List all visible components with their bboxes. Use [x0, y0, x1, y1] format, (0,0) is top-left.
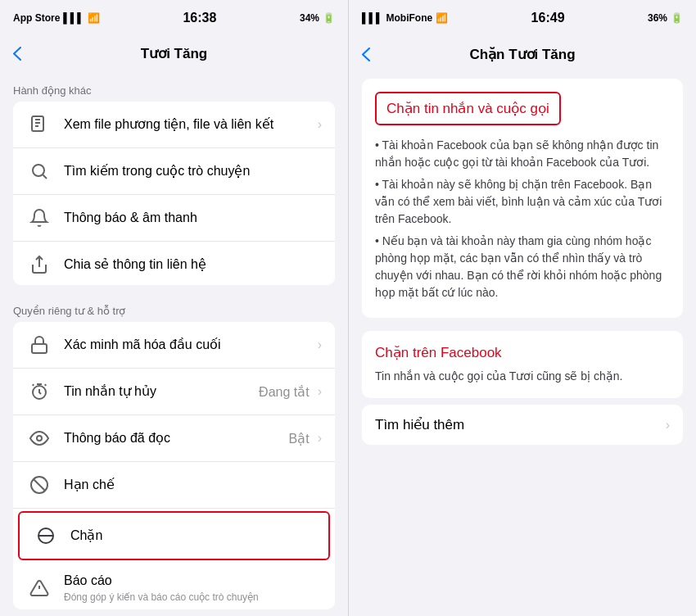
- right-panel: ▌▌▌ MobiFone 📶 16:49 36% 🔋 Chặn Tươi Tăn…: [348, 0, 696, 616]
- section-header-privacy: Quyền riêng tư & hỗ trợ: [0, 292, 348, 322]
- right-battery-icon: 🔋: [671, 12, 683, 24]
- share-contact-item[interactable]: Chia sẻ thông tin liên hệ: [13, 242, 335, 285]
- carrier-wifi-icon: 📶: [436, 12, 448, 24]
- block-content: Chặn: [70, 528, 315, 545]
- left-battery: 34% 🔋: [300, 12, 335, 24]
- restrict-icon: [26, 472, 52, 498]
- encryption-content: Xác minh mã hóa đầu cuối: [64, 337, 314, 354]
- restrict-title: Hạn chế: [64, 477, 322, 494]
- search-content: Tìm kiếm trong cuộc trò chuyện: [64, 163, 322, 180]
- block-messages-title: Chặn tin nhắn và cuộc gọi: [375, 92, 561, 125]
- learn-more-item[interactable]: Tìm hiểu thêm ›: [362, 405, 683, 445]
- left-panel: App Store ▌▌▌ 📶 16:38 34% 🔋 Tươi Tăng Hà…: [0, 0, 348, 616]
- share-title: Chia sẻ thông tin liên hệ: [64, 256, 322, 274]
- search-icon: [26, 158, 52, 184]
- lock-icon: [26, 332, 52, 358]
- right-scroll-content: Chặn tin nhắn và cuộc gọi • Tài khoản Fa…: [349, 72, 696, 616]
- section-header-actions: Hành động khác: [0, 71, 348, 102]
- left-nav-title: Tươi Tăng: [141, 45, 207, 62]
- restrict-content: Hạn chế: [64, 477, 322, 494]
- svg-point-5: [37, 436, 42, 441]
- block-icon: [33, 523, 59, 549]
- report-subtitle: Đóng góp ý kiến và báo cáo cuộc trò chuy…: [64, 591, 322, 603]
- left-time: 16:38: [183, 11, 216, 25]
- block-bullet-1: • Tài khoản Facebook của bạn sẽ không nh…: [375, 137, 670, 171]
- share-icon: [26, 251, 52, 278]
- carrier-label: MobiFone: [386, 12, 433, 24]
- restrict-item[interactable]: Hạn chế: [13, 462, 335, 509]
- encryption-item[interactable]: Xác minh mã hóa đầu cuối ›: [13, 322, 335, 369]
- read-receipt-title: Thông báo đã đọc: [64, 430, 289, 447]
- timer-icon: [26, 378, 52, 405]
- block-facebook-title: Chặn trên Facebook: [375, 344, 670, 361]
- self-destruct-title: Tin nhắn tự hủy: [64, 383, 259, 401]
- wifi-icon: 📶: [88, 12, 100, 24]
- svg-rect-3: [32, 344, 47, 353]
- search-item[interactable]: Tìm kiếm trong cuộc trò chuyện: [13, 148, 335, 195]
- block-messages-description: • Tài khoản Facebook của bạn sẽ không nh…: [375, 137, 670, 301]
- learn-more-chevron: ›: [666, 418, 670, 433]
- share-content: Chia sẻ thông tin liên hệ: [64, 256, 322, 274]
- block-facebook-section: Chặn trên Facebook Tin nhắn và cuộc gọi …: [362, 331, 683, 398]
- block-item[interactable]: Chặn: [18, 511, 330, 560]
- notification-item[interactable]: Thông báo & âm thanh: [13, 195, 335, 242]
- learn-more-section[interactable]: Tìm hiểu thêm ›: [362, 405, 683, 445]
- actions-group: Xem file phương tiện, file và liên kết ›…: [13, 102, 335, 285]
- app-store-label: App Store: [13, 12, 60, 24]
- self-destruct-value: Đang tắt: [259, 384, 310, 400]
- block-bullet-2: • Tài khoản này sẽ không bị chặn trên Fa…: [375, 176, 670, 228]
- battery-label: 34%: [300, 12, 319, 24]
- notification-content: Thông báo & âm thanh: [64, 210, 322, 227]
- signal-icon: ▌▌▌: [63, 12, 84, 24]
- battery-icon: 🔋: [323, 12, 335, 24]
- left-carrier: App Store ▌▌▌ 📶: [13, 12, 100, 24]
- report-content: Báo cáo Đóng góp ý kiến và báo cáo cuộc …: [64, 573, 322, 603]
- privacy-group: Xác minh mã hóa đầu cuối › Tin nhắn tự h…: [13, 322, 335, 609]
- self-destruct-content: Tin nhắn tự hủy: [64, 383, 259, 401]
- svg-point-1: [33, 165, 44, 176]
- block-facebook-desc: Tin nhắn và cuộc gọi của Tươi cũng sẽ bị…: [375, 368, 670, 385]
- right-battery: 36% 🔋: [648, 12, 683, 24]
- svg-line-7: [34, 479, 45, 491]
- carrier-signal-icon: ▌▌▌: [362, 12, 383, 24]
- right-nav-title: Chặn Tươi Tăng: [469, 46, 575, 63]
- block-bullet-3: • Nếu bạn và tài khoản này tham gia cùng…: [375, 233, 670, 301]
- file-icon: [26, 111, 52, 138]
- left-status-bar: App Store ▌▌▌ 📶 16:38 34% 🔋: [0, 0, 348, 35]
- right-carrier: ▌▌▌ MobiFone 📶: [362, 12, 448, 24]
- eye-icon: [26, 425, 52, 451]
- right-back-button[interactable]: [362, 48, 370, 61]
- files-chevron: ›: [318, 117, 322, 132]
- encryption-chevron: ›: [318, 337, 322, 352]
- self-destruct-item[interactable]: Tin nhắn tự hủy Đang tắt ›: [13, 369, 335, 415]
- encryption-title: Xác minh mã hóa đầu cuối: [64, 337, 314, 354]
- right-battery-label: 36%: [648, 12, 667, 24]
- right-status-bar: ▌▌▌ MobiFone 📶 16:49 36% 🔋: [349, 0, 696, 36]
- read-receipt-value: Bật: [289, 431, 310, 446]
- read-receipt-content: Thông báo đã đọc: [64, 430, 289, 447]
- report-icon: [26, 575, 52, 601]
- read-receipt-item[interactable]: Thông báo đã đọc Bật ›: [13, 415, 335, 462]
- learn-more-title: Tìm hiểu thêm: [375, 416, 662, 433]
- report-title: Báo cáo: [64, 573, 322, 590]
- search-title: Tìm kiếm trong cuộc trò chuyện: [64, 163, 322, 180]
- files-item[interactable]: Xem file phương tiện, file và liên kết ›: [13, 102, 335, 148]
- files-title: Xem file phương tiện, file và liên kết: [64, 116, 314, 134]
- files-content: Xem file phương tiện, file và liên kết: [64, 116, 314, 134]
- left-back-button[interactable]: [13, 47, 21, 61]
- self-destruct-chevron: ›: [318, 384, 322, 399]
- left-nav-bar: Tươi Tăng: [0, 35, 348, 70]
- report-item[interactable]: Báo cáo Đóng góp ý kiến và báo cáo cuộc …: [13, 563, 335, 609]
- block-messages-section: Chặn tin nhắn và cuộc gọi • Tài khoản Fa…: [362, 79, 683, 318]
- right-time: 16:49: [531, 11, 565, 25]
- bell-icon: [26, 205, 52, 231]
- read-receipt-chevron: ›: [318, 431, 322, 446]
- notification-title: Thông báo & âm thanh: [64, 210, 322, 227]
- right-nav-bar: Chặn Tươi Tăng: [349, 36, 696, 72]
- block-title: Chặn: [70, 528, 315, 545]
